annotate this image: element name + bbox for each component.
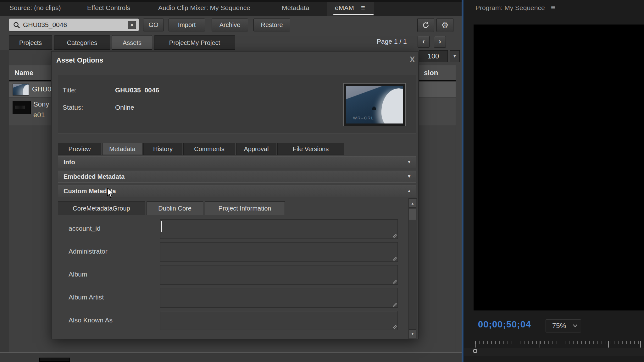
dialog-tab-approval[interactable]: Approval (236, 143, 276, 155)
resize-grip-icon[interactable] (393, 257, 397, 261)
asset-preview-thumbnail: WR–CRL (346, 86, 403, 123)
asset-preview-frame: WR–CRL (343, 83, 406, 126)
active-tab-underline (333, 14, 374, 15)
field-label-account-id: account_id (69, 225, 101, 232)
arrow-up-icon: ▲ (411, 201, 414, 205)
page-size-dropdown[interactable]: ▼ (450, 50, 460, 62)
next-page-button[interactable]: › (434, 36, 446, 48)
search-icon (13, 21, 20, 29)
timeline-ruler[interactable] (475, 341, 641, 346)
scroll-up-button[interactable]: ▲ (409, 199, 416, 208)
status-label: Status: (63, 104, 83, 111)
asset-row-1-right[interactable] (419, 82, 456, 97)
tab-emam[interactable]: eMAM ≡ (327, 0, 374, 16)
search-input[interactable] (23, 19, 124, 31)
go-button[interactable]: GO (143, 19, 164, 31)
tab-metadata[interactable]: Metadata (282, 0, 309, 16)
field-input-album[interactable] (160, 265, 398, 285)
nav-tab-categories[interactable]: Categories (54, 35, 110, 50)
resize-grip-icon[interactable] (393, 280, 397, 284)
arrow-down-icon: ▼ (411, 332, 414, 336)
clear-search-icon[interactable]: × (128, 21, 136, 29)
chevron-left-icon: ‹ (422, 37, 425, 46)
chevron-down-icon: ▼ (453, 54, 457, 58)
search-box: × (9, 18, 139, 31)
dialog-tab-comments[interactable]: Comments (183, 143, 235, 155)
playhead-track[interactable] (464, 348, 644, 356)
zoom-level-value: 75% (552, 322, 566, 330)
accordion-embedded-label: Embedded Metadata (64, 173, 125, 180)
asset-name: GHU0 (32, 85, 51, 93)
field-label-album: Album (69, 271, 87, 278)
archive-button[interactable]: Archive (212, 19, 248, 31)
program-monitor-video (474, 25, 644, 310)
asset-name-line2: e01 (33, 111, 45, 119)
accordion-info[interactable]: Info ▼ (58, 156, 416, 168)
field-label-administrator: Administrator (69, 248, 108, 255)
zoom-level-dropdown[interactable]: 75% (546, 319, 581, 332)
dialog-tab-file-versions[interactable]: File Versions (277, 143, 344, 155)
chevron-up-icon: ▲ (407, 188, 411, 193)
group-tab-coremetadatagroup[interactable]: CoreMetadataGroup (58, 201, 145, 215)
accordion-info-label: Info (64, 159, 75, 166)
ruler-major-tick (640, 341, 641, 348)
scroll-down-button[interactable]: ▼ (409, 329, 416, 338)
asset-thumbnail-dark (13, 101, 31, 114)
resize-grip-icon[interactable] (393, 234, 397, 238)
status-value: Online (115, 104, 134, 111)
title-label: Title: (63, 86, 77, 94)
accordion-embedded-metadata[interactable]: Embedded Metadata ▼ (58, 171, 416, 183)
ruler-major-tick (540, 341, 540, 348)
panel-menu-icon[interactable]: ≡ (361, 0, 365, 16)
refresh-button[interactable] (417, 18, 434, 32)
close-icon[interactable]: X (408, 55, 417, 64)
program-monitor-panel: Program: My Sequence ≡ 00;00;50;04 75% (464, 0, 644, 362)
program-menu-icon[interactable]: ≡ (551, 3, 555, 12)
field-input-account-id[interactable] (160, 219, 398, 239)
nav-tab-projects[interactable]: Projects (9, 35, 52, 50)
nav-tab-assets[interactable]: Assets (112, 35, 152, 50)
settings-button[interactable]: ⚙ (436, 18, 453, 32)
column-header-version-partial[interactable]: sion (419, 65, 456, 81)
program-panel-title: Program: My Sequence (475, 4, 545, 12)
asset-row-2-right[interactable] (419, 98, 456, 125)
dialog-title: Asset Options (56, 56, 103, 64)
tab-effect-controls[interactable]: Effect Controls (87, 0, 130, 16)
asset-name-line1: Sony (33, 100, 49, 108)
chevron-down-icon (573, 324, 578, 328)
asset-row-1[interactable]: GHU0 (9, 82, 51, 97)
field-input-administrator[interactable] (160, 242, 398, 262)
restore-button[interactable]: Restore (253, 19, 290, 31)
dialog-tab-preview[interactable]: Preview (58, 143, 101, 155)
program-timecode[interactable]: 00;00;50;04 (478, 319, 531, 330)
field-input-also-known-as[interactable] (160, 311, 398, 330)
nav-tab-project[interactable]: Project:My Project (154, 35, 235, 50)
asset-info-box: Title: GHU035_0046 Status: Online WR–CRL (58, 75, 416, 134)
left-gutter (0, 50, 9, 362)
tab-source[interactable]: Source: (no clips) (9, 0, 61, 16)
prev-page-button[interactable]: ‹ (418, 36, 430, 48)
column-divider (456, 65, 456, 352)
page-size-value[interactable]: 100 (419, 50, 448, 62)
playhead-handle[interactable] (473, 349, 477, 353)
scrollbar-thumb[interactable] (409, 209, 416, 220)
tab-audio-clip-mixer[interactable]: Audio Clip Mixer: My Sequence (158, 0, 250, 16)
import-button[interactable]: Import (169, 19, 205, 31)
resize-grip-icon[interactable] (393, 303, 397, 307)
mouse-cursor (106, 188, 114, 198)
dialog-tab-metadata[interactable]: Metadata (102, 143, 142, 155)
chevron-right-icon: › (439, 37, 441, 46)
group-tab-dublin-core[interactable]: Dublin Core (147, 201, 203, 215)
tab-emam-label: eMAM (335, 0, 354, 16)
panel-tab-bar: Source: (no clips) Effect Controls Audio… (0, 0, 462, 16)
column-header-name[interactable]: Name (9, 65, 51, 81)
group-tab-project-information[interactable]: Project Information (205, 201, 285, 215)
chevron-down-icon: ▼ (407, 174, 411, 179)
text-caret (161, 221, 162, 232)
asset-row-2[interactable]: Sony e01 (9, 98, 51, 125)
partial-thumbnail (39, 358, 70, 362)
resize-grip-icon[interactable] (393, 325, 397, 329)
field-input-album-artist[interactable] (160, 288, 398, 308)
pagination-label: Page 1 / 1 (377, 38, 407, 45)
dialog-tab-history[interactable]: History (143, 143, 182, 155)
